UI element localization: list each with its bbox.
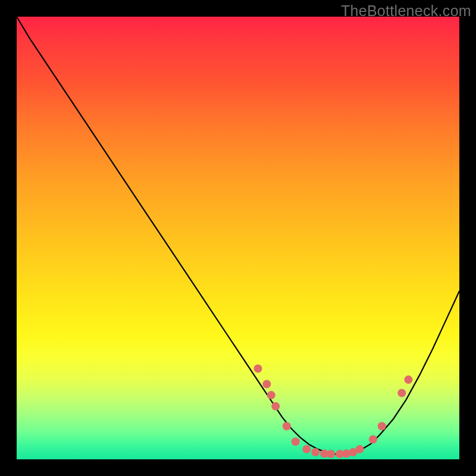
watermark-text: TheBottleneck.com <box>341 2 471 20</box>
data-marker <box>311 448 320 456</box>
bottleneck-curve <box>17 17 459 454</box>
data-marker <box>397 389 406 397</box>
data-marker <box>378 422 386 430</box>
data-marker <box>271 402 280 411</box>
chart-svg <box>17 17 459 459</box>
data-marker <box>356 445 364 453</box>
data-marker <box>267 391 275 399</box>
data-marker <box>253 364 262 372</box>
data-marker <box>369 436 377 444</box>
data-marker <box>302 445 311 453</box>
plot-area <box>17 17 459 459</box>
data-marker <box>292 437 300 446</box>
chart-frame: TheBottleneck.com <box>0 0 476 476</box>
data-marker <box>404 375 412 384</box>
data-marker <box>327 450 335 458</box>
data-marker <box>283 422 291 430</box>
data-marker <box>262 380 271 389</box>
